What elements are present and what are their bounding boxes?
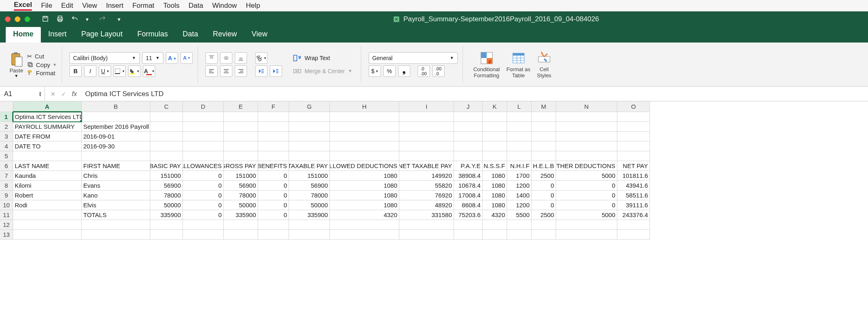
col-header-B[interactable]: B [82, 101, 150, 112]
cell[interactable]: 5000 [556, 210, 617, 220]
col-header-L[interactable]: L [507, 101, 532, 112]
cell[interactable] [82, 220, 150, 230]
cell[interactable]: 48920 [399, 200, 454, 210]
cell[interactable]: Kilomi [13, 181, 82, 191]
cell[interactable] [532, 141, 556, 151]
cell[interactable] [399, 122, 454, 132]
cell[interactable] [330, 141, 399, 151]
cell[interactable]: 101811.6 [617, 171, 650, 181]
cell[interactable] [532, 132, 556, 141]
cell[interactable] [454, 112, 483, 122]
cell[interactable] [258, 230, 289, 240]
menu-insert[interactable]: Insert [106, 2, 124, 10]
cell[interactable] [399, 220, 454, 230]
cell[interactable]: 56900 [289, 181, 330, 191]
cell[interactable]: 0 [183, 191, 224, 200]
cell[interactable] [556, 112, 617, 122]
menu-view[interactable]: View [82, 2, 97, 10]
menu-window[interactable]: Window [212, 2, 237, 10]
cell[interactable]: 4320 [330, 210, 399, 220]
cell[interactable] [507, 122, 532, 132]
cell[interactable] [183, 230, 224, 240]
cell[interactable] [13, 230, 82, 240]
cell[interactable]: 149920 [399, 171, 454, 181]
cell[interactable]: GROSS PAY [224, 161, 258, 171]
select-all-corner[interactable] [0, 101, 13, 112]
conditional-formatting-button[interactable]: ≠ Conditional Formatting [470, 51, 503, 79]
cell[interactable]: 2500 [532, 210, 556, 220]
cell[interactable]: 0 [532, 200, 556, 210]
col-header-M[interactable]: M [532, 101, 556, 112]
cell[interactable]: 0 [556, 200, 617, 210]
merge-center-button[interactable]: Merge & Center▼ [289, 65, 356, 77]
italic-button[interactable]: I [84, 65, 96, 77]
paste-button[interactable]: Paste ▼ [9, 51, 24, 78]
cell[interactable] [617, 230, 650, 240]
cell[interactable]: H.E.L.B [532, 161, 556, 171]
cell[interactable]: 1080 [483, 171, 507, 181]
menu-data[interactable]: Data [189, 2, 203, 10]
cell[interactable]: NET PAY [617, 161, 650, 171]
cell[interactable]: Kaunda [13, 171, 82, 181]
cell[interactable]: 8608.4 [454, 200, 483, 210]
cell[interactable]: 78000 [224, 191, 258, 200]
cell[interactable] [617, 132, 650, 141]
col-header-A[interactable]: A [13, 101, 82, 112]
cell[interactable]: ALLOWED DEDUCTIONS [330, 161, 399, 171]
cell[interactable] [399, 151, 454, 161]
menu-app[interactable]: Excel [14, 1, 32, 11]
cell[interactable] [183, 112, 224, 122]
percent-button[interactable]: % [383, 65, 396, 77]
cell[interactable]: 1700 [507, 171, 532, 181]
cell[interactable] [224, 112, 258, 122]
cell[interactable]: 50000 [150, 200, 183, 210]
cell[interactable]: 0 [532, 191, 556, 200]
row-header[interactable]: 7 [0, 171, 13, 181]
menu-file[interactable]: File [41, 2, 52, 10]
underline-button[interactable]: U▾ [99, 65, 111, 77]
cell[interactable]: 55820 [399, 181, 454, 191]
cell[interactable]: Chris [82, 171, 150, 181]
orientation-button[interactable]: ab▾ [255, 52, 267, 64]
cell[interactable]: DATE FROM [13, 132, 82, 141]
cell[interactable] [289, 112, 330, 122]
cancel-formula-icon[interactable]: ✕ [51, 91, 56, 97]
cell[interactable]: 0 [258, 171, 289, 181]
cell[interactable] [617, 220, 650, 230]
cell[interactable] [150, 220, 183, 230]
enter-formula-icon[interactable]: ✓ [61, 91, 66, 97]
cell[interactable] [532, 220, 556, 230]
qat-customize[interactable]: ▾ [118, 16, 123, 22]
cell[interactable]: 2016-09-30 [82, 141, 150, 151]
cell[interactable] [82, 112, 150, 122]
cell[interactable]: 1080 [330, 200, 399, 210]
cell[interactable]: 331580 [399, 210, 454, 220]
col-header-N[interactable]: N [556, 101, 617, 112]
cell[interactable]: 76920 [399, 191, 454, 200]
cell[interactable] [258, 151, 289, 161]
align-top-button[interactable] [205, 52, 218, 64]
number-format-select[interactable]: General▼ [369, 52, 458, 64]
cell[interactable]: 0 [183, 171, 224, 181]
col-header-C[interactable]: C [150, 101, 183, 112]
cell[interactable]: 335900 [289, 210, 330, 220]
zoom-button[interactable] [24, 16, 30, 22]
cell[interactable] [183, 220, 224, 230]
cell[interactable] [454, 122, 483, 132]
cell[interactable]: 151000 [150, 171, 183, 181]
cell[interactable] [183, 132, 224, 141]
cell[interactable] [258, 141, 289, 151]
cell[interactable]: 75203.6 [454, 210, 483, 220]
align-right-button[interactable] [235, 65, 247, 77]
cell[interactable] [330, 230, 399, 240]
cell[interactable]: 0 [258, 181, 289, 191]
cell[interactable] [150, 141, 183, 151]
print-icon[interactable] [56, 15, 64, 24]
tab-formulas[interactable]: Formulas [130, 27, 175, 43]
col-header-D[interactable]: D [183, 101, 224, 112]
cell[interactable] [289, 230, 330, 240]
cell[interactable]: Elvis [82, 200, 150, 210]
cell[interactable] [483, 151, 507, 161]
align-bottom-button[interactable] [235, 52, 247, 64]
cell[interactable]: PAYROLL SUMMARY [13, 122, 82, 132]
